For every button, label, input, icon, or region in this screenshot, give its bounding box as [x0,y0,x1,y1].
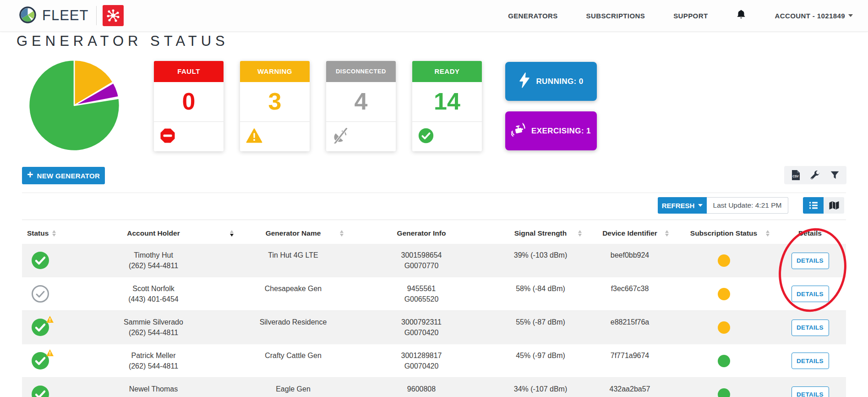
hub-spoke-logo-icon [103,5,124,26]
column-header-status[interactable]: Status [22,223,69,244]
account-holder-cell: Newel Thomas [69,378,238,397]
status-check-outline-icon [31,285,49,303]
signal-strength-cell: 34% (-107 dBm) [495,378,586,397]
signal-strength-cell: 58% (-84 dBm) [495,277,586,310]
nav-item-generators[interactable]: GENERATORS [508,12,557,20]
subscription-status-cell [673,244,774,277]
table-row: Sammie Silverado (262) 544-4811 Silverad… [22,311,846,344]
nav-menu: GENERATORS SUBSCRIPTIONS SUPPORT ACCOUNT… [508,9,868,22]
subscription-status-dot [718,355,730,367]
subscription-status-cell [673,378,774,397]
column-header-subscription-status[interactable]: Subscription Status [673,223,774,244]
chevron-down-icon [848,14,853,17]
account-holder-cell: Scott Norfolk (443) 401-6454 [69,277,238,310]
sort-arrows-icon [230,230,234,237]
nav-item-support[interactable]: SUPPORT [673,12,708,20]
list-view-button[interactable] [803,197,824,214]
subscription-status-dot [718,388,730,397]
page-title: GENERATOR STATUS [16,33,229,50]
status-cell [22,244,69,277]
details-button[interactable]: DETAILS [792,320,829,336]
list-icon [808,201,819,210]
signal-strength-cell: 39% (-103 dBm) [495,244,586,277]
details-button[interactable]: DETAILS [792,353,829,369]
column-header-generator-name[interactable]: Generator Name [238,223,348,244]
status-cell [22,277,69,310]
new-generator-label: NEW GENERATOR [37,172,100,180]
device-identifier-cell: f3ec667c38 [586,277,673,310]
column-header-details: Details [774,223,846,244]
running-button[interactable]: RUNNING: 0 [505,62,597,101]
status-pie-chart [27,59,121,154]
generator-info-cell: 3001289817 G0070420 [348,344,495,377]
ready-count: 14 [412,82,482,121]
map-view-button[interactable] [824,197,844,214]
column-header-device-identifier[interactable]: Device Identifier [586,223,673,244]
details-cell: DETAILS [774,344,846,377]
details-button[interactable]: DETAILS [792,386,829,397]
column-header-generator-info: Generator Info [348,223,495,244]
account-holder-cell: Sammie Silverado (262) 544-4811 [69,311,238,344]
subscription-status-cell [673,311,774,344]
signal-strength-cell: 55% (-87 dBm) [495,311,586,344]
subscription-status-dot [718,321,730,334]
column-header-signal-strength[interactable]: Signal Strength [495,223,586,244]
sort-arrows-icon [340,230,344,237]
table-header: Status Account Holder Generator Name Gen… [22,223,846,244]
new-generator-button[interactable]: + NEW GENERATOR [22,167,105,184]
column-header-account-holder[interactable]: Account Holder [69,223,238,244]
wrench-icon [810,170,820,181]
details-button[interactable]: DETAILS [792,253,829,269]
status-cell [22,311,69,344]
exercising-label: EXERCISING: 1 [531,127,591,136]
details-cell: DETAILS [774,277,846,310]
generator-name-cell: Silverado Residence [238,311,348,344]
details-button[interactable]: DETAILS [792,286,829,302]
status-ready-icon [31,385,49,397]
subscription-status-dot [718,288,730,300]
generator-name-cell: Crafty Cattle Gen [238,344,348,377]
filter-button[interactable] [830,171,840,180]
warning-badge-icon [46,349,54,358]
subscription-status-cell [673,344,774,377]
filter-funnel-icon [830,171,840,180]
status-cell [22,344,69,377]
top-navbar: FLEET GENERATORS SUBSCRIPTIONS SUPPORT [0,0,868,32]
generator-name-cell: Eagle Gen [238,378,348,397]
check-circle-icon [418,137,434,145]
settings-wrench-button[interactable] [810,170,820,181]
antenna-off-icon [332,137,349,145]
divider [22,220,846,220]
generator-name-cell: Chesapeake Gen [238,277,348,310]
table-row: Patrick Meller (262) 544-4811 Crafty Cat… [22,344,846,378]
ready-card-label: READY [412,61,482,82]
account-menu[interactable]: ACCOUNT - 1021849 [775,12,853,20]
warning-card[interactable]: WARNING 3 [240,61,310,151]
warning-card-label: WARNING [240,61,310,82]
refresh-label: REFRESH [662,202,695,210]
fault-card[interactable]: FAULT 0 [154,61,224,151]
table-row: Timothy Hut (262) 544-4811 Tin Hut 4G LT… [22,244,846,277]
warning-triangle-icon [246,137,262,145]
lightning-bolt-icon [519,72,530,90]
table-toolbar: CSV [784,166,846,184]
brand-name: FLEET [42,7,88,24]
account-label: ACCOUNT - 1021849 [775,12,845,20]
export-csv-button[interactable]: CSV [791,170,800,181]
plus-icon: + [27,170,33,180]
engine-icon [511,122,526,139]
generator-name-cell: Tin Hut 4G LTE [238,244,348,277]
signal-strength-cell: 45% (-97 dBm) [495,344,586,377]
view-toggle [803,197,844,214]
sort-arrows-icon [665,230,669,237]
refresh-button[interactable]: REFRESH [658,197,707,214]
sort-arrows-icon [766,230,770,237]
nav-item-subscriptions[interactable]: SUBSCRIPTIONS [586,12,645,20]
details-cell: DETAILS [774,244,846,277]
exercising-button[interactable]: EXERCISING: 1 [505,111,597,150]
ready-card[interactable]: READY 14 [412,61,482,151]
notification-bell-icon[interactable] [736,9,746,22]
disconnected-card[interactable]: DISCONNECTED 4 [326,61,396,151]
last-update-box: Last Update: 4:21 PM [707,197,788,214]
sort-arrows-icon [52,230,56,237]
